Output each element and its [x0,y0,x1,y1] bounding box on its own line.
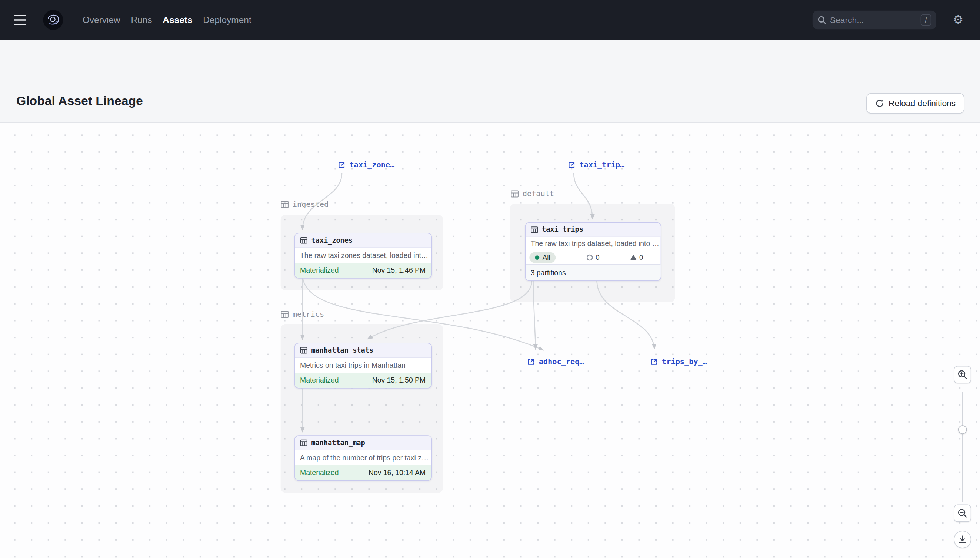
partition-count-footer: 3 partitions [525,264,661,281]
table-icon [531,226,538,233]
lineage-edges [0,123,980,558]
asset-status-footer: Materialized Nov 15, 1:46 PM [295,263,432,278]
gear-icon[interactable]: ⚙ [947,9,968,30]
search-icon [817,16,826,25]
recenter-download-icon[interactable] [954,531,971,548]
dagster-logo-icon[interactable] [43,9,64,30]
refresh-icon [875,99,884,108]
partition-status-row: All 0 0 [525,251,661,264]
external-asset-trips-by[interactable]: trips_by_… [650,357,707,366]
external-link-icon [527,358,535,366]
group-table-icon [281,310,289,318]
materialization-timestamp: Nov 15, 1:46 PM [372,267,426,274]
asset-description: Metrics on taxi trips in Manhattan [295,358,432,373]
top-nav-bar: Overview Runs Assets Deployment / ⚙ [0,0,980,40]
table-icon [300,347,307,354]
lineage-canvas[interactable]: ingested default metrics [0,123,980,558]
nav-item-assets[interactable]: Assets [163,15,192,25]
page-header: Global Asset Lineage Reload definitions … [0,40,980,123]
asset-node-taxi-zones[interactable]: taxi_zones The raw taxi zones dataset, l… [295,233,432,278]
zoom-out-icon[interactable] [954,505,971,522]
nav-item-overview[interactable]: Overview [82,15,120,25]
circle-icon [586,254,593,261]
zoom-slider-handle[interactable] [958,425,967,434]
status-badge: Materialized [300,267,339,274]
search-input[interactable] [830,15,921,25]
search-shortcut-key: / [921,15,931,26]
nav-item-deployment[interactable]: Deployment [203,15,252,25]
zoom-slider[interactable] [954,392,971,502]
group-label-metrics: metrics [281,310,324,318]
materialization-timestamp: Nov 15, 1:50 PM [372,377,426,384]
status-badge: Materialized [300,377,339,384]
external-asset-taxi-zone[interactable]: taxi_zone… [338,161,394,169]
external-link-icon [338,161,346,169]
asset-description: The raw taxi trips dataset, loaded into … [525,237,661,251]
table-icon [300,439,307,446]
zoom-in-icon[interactable] [954,366,971,383]
app: Overview Runs Assets Deployment / ⚙ Glob… [0,0,980,558]
zoom-controls [954,366,971,548]
asset-status-footer: Materialized Nov 15, 1:50 PM [295,373,432,388]
materialization-timestamp: Nov 16, 10:14 AM [369,469,425,476]
table-icon [300,237,307,244]
zoom-slider-track [962,392,963,502]
external-asset-taxi-trip[interactable]: taxi_trip… [567,161,624,169]
external-link-icon [567,161,576,169]
asset-name: manhattan_stats [311,346,373,354]
asset-status-footer: Materialized Nov 16, 10:14 AM [295,465,432,480]
group-label-default: default [511,189,554,198]
external-asset-adhoc-request[interactable]: adhoc_req… [527,357,584,366]
nav-item-runs[interactable]: Runs [131,15,152,25]
page-title: Global Asset Lineage [16,94,143,108]
group-table-icon [281,200,289,208]
asset-description: The raw taxi zones dataset, loaded int… [295,248,432,263]
asset-name: manhattan_map [311,438,365,446]
success-dot-icon [535,255,540,259]
group-table-icon [511,189,519,198]
partitions-missing-badge: 0 [630,253,643,261]
asset-name: taxi_trips [542,225,583,233]
asset-node-manhattan-map[interactable]: manhattan_map A map of the number of tri… [295,435,432,481]
menu-icon[interactable] [14,11,31,28]
asset-node-manhattan-stats[interactable]: manhattan_stats Metrics on taxi trips in… [295,343,432,388]
group-label-ingested: ingested [281,200,329,209]
status-badge: Materialized [300,469,339,476]
global-search[interactable]: / [813,11,936,30]
partitions-failed-badge: 0 [586,253,600,261]
partitions-all-badge: All [529,252,555,263]
external-link-icon [650,358,658,366]
asset-node-taxi-trips[interactable]: taxi_trips The raw taxi trips dataset, l… [525,222,662,281]
primary-nav: Overview Runs Assets Deployment [82,15,252,25]
asset-description: A map of the number of trips per taxi z… [295,450,432,466]
reload-definitions-button[interactable]: Reload definitions [866,93,964,113]
asset-name: taxi_zones [311,236,352,245]
triangle-icon [630,254,637,261]
